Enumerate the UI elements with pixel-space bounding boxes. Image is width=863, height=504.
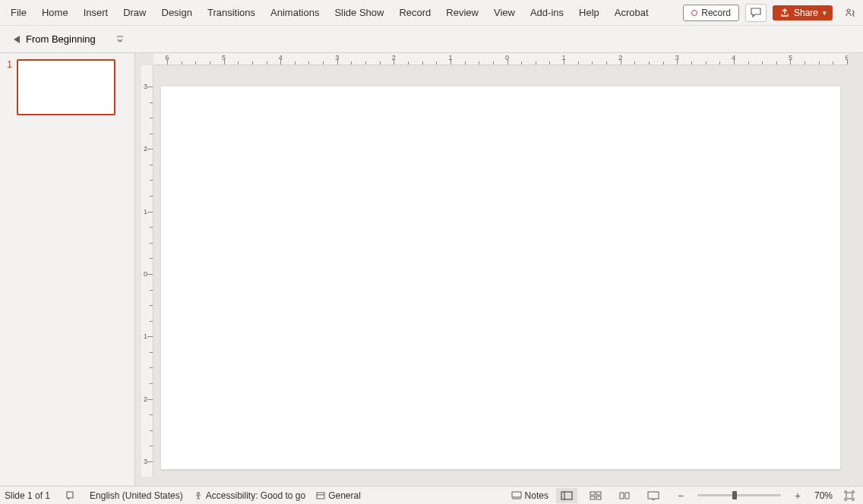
zoom-percent[interactable]: 70% — [814, 490, 833, 501]
horizontal-ruler[interactable]: 6543210123456 — [153, 53, 848, 65]
tab-add-ins[interactable]: Add-ins — [523, 1, 571, 24]
vruler-label: 1 — [144, 332, 147, 340]
toolbar-dropdown[interactable] — [111, 32, 129, 47]
thumbnail-slide-1[interactable] — [17, 59, 115, 115]
thumbnail-row: 1 — [5, 59, 130, 115]
notes-icon — [511, 491, 522, 500]
hruler-label: 3 — [335, 54, 339, 61]
ribbon-menu-bar: File Home Insert Draw Design Transitions… — [0, 0, 863, 26]
layout-label: General — [328, 490, 361, 501]
language-status[interactable]: English (United States) — [90, 490, 183, 501]
hruler-label: 5 — [222, 54, 226, 61]
account-icon[interactable] — [842, 5, 860, 20]
tab-home[interactable]: Home — [34, 1, 76, 24]
slide-1[interactable] — [161, 87, 840, 469]
svg-rect-6 — [596, 492, 601, 495]
share-icon — [780, 8, 789, 17]
vruler-label: 3 — [144, 458, 147, 465]
view-reading[interactable] — [614, 488, 635, 503]
hruler-label: 2 — [392, 54, 396, 61]
tab-help[interactable]: Help — [571, 1, 607, 24]
accessibility-status[interactable]: Accessibility: Good to go — [194, 490, 305, 501]
hruler-label: 4 — [279, 54, 283, 61]
tab-transitions[interactable]: Transitions — [200, 1, 263, 24]
tab-animations[interactable]: Animations — [263, 1, 327, 24]
share-label: Share — [794, 8, 818, 18]
zoom-out[interactable]: − — [672, 488, 690, 503]
tab-draw[interactable]: Draw — [115, 1, 153, 24]
vruler-label: 0 — [144, 270, 147, 278]
vruler-label: 2 — [144, 395, 147, 403]
hruler-label: 5 — [789, 54, 792, 61]
thumbnail-pane[interactable]: 1 — [0, 53, 135, 486]
status-bar: Slide 1 of 1 English (United States) Acc… — [0, 486, 863, 504]
main-area: 1 6543210123456 3210123 — [0, 53, 863, 486]
from-beginning-icon — [11, 34, 21, 45]
hruler-label: 3 — [675, 54, 679, 61]
zoom-in[interactable]: + — [789, 488, 807, 503]
view-slideshow[interactable] — [643, 488, 664, 503]
record-button[interactable]: Record — [683, 5, 739, 21]
zoom-thumb[interactable] — [732, 491, 737, 499]
vruler-label: 1 — [144, 208, 147, 216]
hruler-label: 6 — [846, 54, 848, 61]
layout-icon — [316, 491, 325, 500]
slide-canvas-area[interactable] — [153, 65, 848, 477]
zoom-slider[interactable] — [697, 494, 781, 496]
tab-view[interactable]: View — [486, 1, 523, 24]
accessibility-label: Accessibility: Good to go — [206, 490, 305, 501]
layout-status[interactable]: General — [316, 490, 361, 501]
tab-slide-show[interactable]: Slide Show — [327, 1, 391, 24]
hruler-label: 2 — [618, 54, 622, 61]
hruler-label: 4 — [732, 54, 735, 61]
tab-insert[interactable]: Insert — [76, 1, 116, 24]
comments-button[interactable] — [745, 4, 767, 22]
hruler-label: 6 — [165, 54, 169, 61]
svg-rect-7 — [590, 496, 595, 499]
from-beginning-label: From Beginning — [26, 33, 96, 45]
editor-area: 6543210123456 3210123 — [135, 53, 863, 486]
comment-icon — [751, 8, 761, 17]
svg-rect-2 — [317, 493, 324, 499]
accessibility-icon — [194, 491, 203, 500]
share-button[interactable]: Share ▾ — [773, 5, 833, 20]
notes-label: Notes — [525, 490, 548, 501]
svg-rect-5 — [590, 492, 595, 495]
chevron-down-icon: ▾ — [823, 9, 827, 17]
chevron-down-icon — [116, 36, 124, 43]
fit-slide-icon[interactable] — [840, 488, 858, 503]
tab-file[interactable]: File — [3, 1, 34, 24]
tab-design[interactable]: Design — [154, 1, 200, 24]
svg-point-1 — [197, 492, 199, 494]
slide-counter[interactable]: Slide 1 of 1 — [5, 490, 50, 501]
tab-record[interactable]: Record — [391, 1, 438, 24]
tab-review[interactable]: Review — [438, 1, 486, 24]
svg-rect-4 — [561, 492, 572, 499]
svg-rect-9 — [648, 492, 659, 499]
vruler-label: 3 — [144, 83, 147, 90]
quickaccess-toolbar: From Beginning — [0, 26, 863, 53]
view-normal[interactable] — [556, 488, 577, 503]
tab-acrobat[interactable]: Acrobat — [607, 1, 656, 24]
record-label: Record — [701, 8, 731, 18]
hruler-label: 1 — [562, 54, 566, 61]
svg-rect-10 — [846, 493, 852, 499]
svg-point-0 — [847, 9, 850, 12]
ribbon-tabs: File Home Insert Draw Design Transitions… — [3, 1, 656, 24]
hruler-label: 0 — [505, 54, 509, 61]
record-icon — [691, 10, 697, 16]
spellcheck-icon[interactable] — [61, 488, 79, 503]
thumbnail-number: 1 — [5, 59, 12, 115]
hruler-label: 1 — [448, 54, 452, 61]
svg-rect-3 — [512, 492, 521, 497]
from-beginning-button[interactable]: From Beginning — [6, 30, 100, 48]
svg-rect-8 — [596, 496, 601, 499]
vertical-ruler[interactable]: 3210123 — [141, 65, 153, 477]
vruler-label: 2 — [144, 145, 147, 153]
notes-toggle[interactable]: Notes — [511, 490, 548, 501]
view-sorter[interactable] — [585, 488, 606, 503]
